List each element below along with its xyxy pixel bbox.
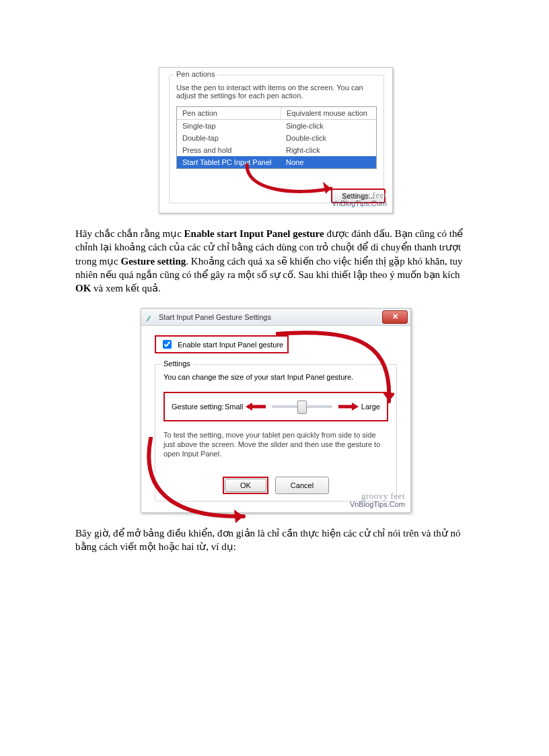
- slider-thumb-icon[interactable]: [297, 401, 307, 414]
- table-row[interactable]: Single-tap Single-click: [177, 120, 376, 132]
- gesture-settings-dialog: Start Input Panel Gesture Settings ✕ Ena…: [141, 308, 411, 512]
- pen-actions-table: Pen action Equivalent mouse action Singl…: [176, 106, 377, 169]
- watermark: groovy feet VnBlogTips.Com: [332, 191, 387, 207]
- annotation-arrow-left-icon: [244, 401, 267, 412]
- help-text: To test the setting, move your tablet pe…: [163, 431, 388, 458]
- close-button[interactable]: ✕: [382, 310, 408, 324]
- col-pen-action: Pen action: [177, 107, 281, 120]
- groupbox-description: You can change the size of your start In…: [163, 373, 388, 381]
- table-row[interactable]: Press and hold Right-click: [177, 144, 376, 156]
- groupbox-legend: Settings: [161, 359, 193, 368]
- ok-highlight: OK: [223, 477, 268, 494]
- groupbox-description: Use the pen to interact with items on th…: [176, 83, 377, 100]
- pen-icon: [145, 312, 155, 322]
- enable-gesture-checkbox-wrap: Enable start Input Panel gesture: [155, 335, 289, 353]
- slider-small-label: Small: [225, 403, 244, 411]
- pen-actions-panel: Pen actions Use the pen to interact with…: [159, 67, 393, 213]
- gesture-slider[interactable]: [272, 405, 332, 408]
- svg-marker-4: [352, 403, 359, 411]
- settings-groupbox: Settings You can change the size of your…: [155, 364, 397, 501]
- paragraph: Hãy chắc chắn rằng mục Enable start Inpu…: [75, 227, 476, 295]
- svg-marker-2: [246, 403, 252, 411]
- dialog-titlebar: Start Input Panel Gesture Settings ✕: [141, 309, 410, 326]
- table-row[interactable]: Double-tap Double-click: [177, 132, 376, 144]
- col-mouse-action: Equivalent mouse action: [281, 107, 376, 120]
- pen-actions-groupbox: Pen actions Use the pen to interact with…: [169, 75, 384, 203]
- svg-marker-6: [234, 510, 244, 523]
- groupbox-legend: Pen actions: [174, 70, 217, 78]
- slider-large-label: Large: [361, 403, 380, 411]
- cancel-button[interactable]: Cancel: [275, 477, 329, 494]
- enable-gesture-checkbox[interactable]: [163, 340, 172, 349]
- enable-gesture-label: Enable start Input Panel gesture: [178, 341, 283, 349]
- ok-button[interactable]: OK: [225, 479, 266, 492]
- gesture-setting-label: Gesture setting:: [172, 403, 224, 411]
- annotation-arrow-right-icon: [337, 401, 360, 412]
- watermark: groovy feet VnBlogTips.Com: [350, 492, 405, 508]
- dialog-title: Start Input Panel Gesture Settings: [159, 313, 271, 321]
- gesture-slider-row: Gesture setting: Small Larg: [163, 392, 388, 421]
- paragraph: Bây giờ, để mở bảng điều khiển, đơn giản…: [75, 526, 476, 554]
- table-row-selected[interactable]: Start Tablet PC Input Panel None: [177, 156, 376, 168]
